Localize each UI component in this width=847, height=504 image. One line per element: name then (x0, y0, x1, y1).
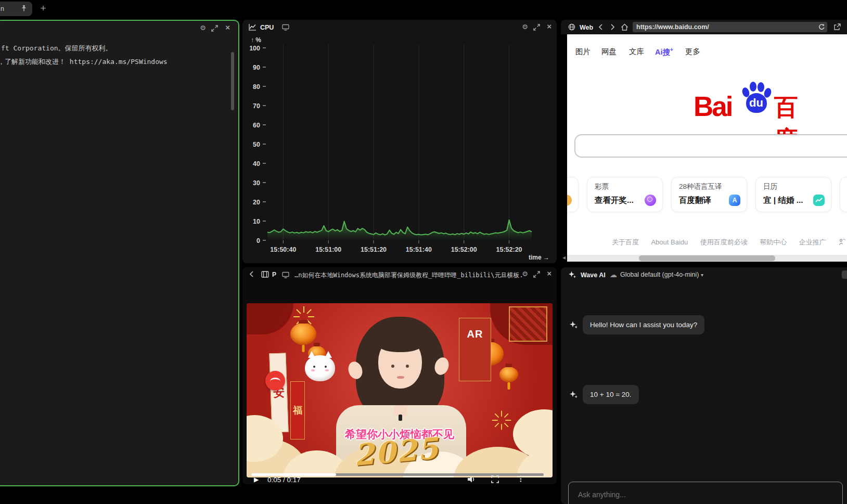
svg-text:0: 0 (256, 237, 260, 244)
sparkles-icon (569, 320, 578, 329)
terminal-output-line: ft Corporation。保留所有权利。 (1, 44, 112, 53)
ai-title: Wave AI (581, 272, 606, 279)
reload-icon[interactable] (818, 23, 825, 30)
svg-text:60: 60 (253, 122, 260, 129)
cpu-x-axis-label: time → (529, 254, 549, 261)
scroll-left-arrow-icon[interactable]: ◀ (562, 255, 566, 260)
baidu-logo-bai: Bai (694, 91, 732, 122)
svg-text:20: 20 (253, 199, 260, 206)
ai-model-selector[interactable]: Global default (gpt-4o-mini) ▾ (620, 271, 703, 278)
url-bar[interactable]: https://www.baidu.com/ (633, 22, 827, 32)
cloud-icon: ☁ (610, 271, 617, 278)
expand-icon[interactable] (211, 25, 218, 32)
ai-input[interactable] (568, 482, 843, 504)
ai-message-bubble: 10 + 10 = 20. (583, 385, 639, 404)
sparkles-icon (569, 390, 578, 399)
footer-link[interactable]: 使用百度前必读 (700, 238, 748, 247)
fullscreen-icon[interactable] (491, 475, 499, 483)
tab-label: n (1, 5, 4, 12)
calendar-trend-icon (813, 195, 825, 206)
ai-block[interactable]: Wave AI ☁ Global default (gpt-4o-mini) ▾… (561, 267, 847, 504)
back-icon[interactable] (598, 24, 603, 30)
browser-content: 图片 网盘 文库 Ai搜+ 更多 Bai du (561, 34, 847, 263)
svg-text:50: 50 (253, 141, 260, 148)
wave-terminal-window: n + ⚙ × ft Corporation。保留所有权利。 ，了解新功能和改进… (0, 0, 847, 504)
svg-text:100: 100 (249, 45, 260, 52)
url-text[interactable]: https://www.baidu.com/ (636, 23, 709, 31)
baidu-nav-more[interactable]: 更多 (685, 47, 700, 57)
baidu-logo: Bai du 百度 (694, 84, 813, 124)
accessibility-icon[interactable] (838, 238, 846, 245)
translate-icon: A (729, 195, 740, 206)
browser-title: Web (580, 24, 593, 31)
svg-text:30: 30 (253, 179, 260, 187)
baidu-paw-icon: du (741, 80, 772, 114)
browser-header: Web https://www.baidu.com/ ⋮ (561, 20, 847, 34)
new-tab-button[interactable]: + (37, 2, 49, 15)
external-link-icon[interactable] (833, 23, 841, 31)
gear-icon[interactable]: ⚙ (200, 24, 206, 31)
svg-text:80: 80 (253, 83, 260, 91)
back-icon[interactable] (249, 271, 254, 277)
gear-icon[interactable]: ⚙ (522, 270, 528, 277)
sparkles-icon (568, 270, 576, 279)
play-icon[interactable]: ▶ (254, 476, 259, 483)
baidu-card-translate[interactable]: 28种语言互译 百度翻译 A (671, 177, 747, 212)
footer-link[interactable]: 关于百度 (612, 238, 639, 247)
terminal-output-line: ，了解新功能和改进！ https://aka.ms/PSWindows (0, 57, 168, 67)
svg-text:15:51:00: 15:51:00 (315, 246, 341, 253)
baidu-nav-ai-search[interactable]: Ai搜+ (655, 47, 673, 57)
home-icon[interactable] (621, 23, 628, 31)
svg-text:15:51:20: 15:51:20 (361, 246, 387, 253)
clear-chat-icon[interactable]: ✕ (842, 270, 847, 279)
video-header: P …n如何在本地Windows系统电脑部署保姆级教程_哔哩哔哩_bilibil… (242, 267, 557, 281)
svg-text:15:51:40: 15:51:40 (406, 246, 432, 253)
terminal-block[interactable]: ⚙ × ft Corporation。保留所有权利。 ，了解新功能和改进！ ht… (0, 20, 239, 486)
video-label: P (272, 271, 276, 278)
browser-block[interactable]: Web https://www.baidu.com/ ⋮ (561, 20, 847, 263)
svg-text:15:50:40: 15:50:40 (270, 246, 296, 253)
cpu-block[interactable]: CPU ⚙ × ↑ % 15:50:4015:51:0015:51:2015:5… (242, 20, 557, 263)
tab-terminal[interactable]: n (0, 2, 32, 16)
baidu-search-input[interactable] (574, 134, 847, 158)
footer-link[interactable]: About Baidu (651, 238, 688, 246)
baidu-card-lottery[interactable]: 彩票 查看开奖... (587, 177, 663, 212)
ai-message-bubble: Hello! How can I assist you today? (583, 315, 704, 334)
browser-h-scrollbar[interactable]: ◀ (561, 255, 847, 262)
close-icon[interactable]: × (547, 269, 551, 277)
terminal-scrollbar[interactable] (231, 52, 234, 110)
forward-icon[interactable] (610, 24, 615, 30)
ai-header: Wave AI ☁ Global default (gpt-4o-mini) ▾… (561, 267, 847, 282)
monitor-icon (282, 272, 289, 278)
baidu-nav-images[interactable]: 图片 (575, 47, 591, 57)
pin-icon[interactable] (20, 5, 28, 12)
chevron-down-icon: ▾ (701, 272, 703, 278)
baidu-logo-du: du (749, 96, 763, 110)
globe-icon (568, 23, 575, 31)
video-block[interactable]: P …n如何在本地Windows系统电脑部署保姆级教程_哔哩哔哩_bilibil… (242, 267, 557, 484)
baidu-nav-netdisk[interactable]: 网盘 (601, 47, 617, 57)
baidu-nav-wenku[interactable]: 文库 (629, 47, 644, 57)
svg-text:70: 70 (253, 102, 260, 110)
volume-icon[interactable] (467, 475, 476, 483)
svg-text:15:52:20: 15:52:20 (496, 246, 522, 253)
lottery-ball-icon (645, 195, 656, 206)
baidu-card-partial-right[interactable]: 云 百 (840, 177, 847, 212)
expand-icon[interactable] (533, 271, 540, 278)
cpu-chart: 15:50:4015:51:0015:51:2015:51:4015:52:00… (242, 20, 557, 263)
baidu-card-calendar[interactable]: 日历 宜 | 结婚 ... (755, 177, 831, 212)
svg-text:15:52:00: 15:52:00 (451, 246, 477, 253)
footer-link[interactable]: 企业推广 (799, 238, 826, 247)
baidu-page: 图片 网盘 文库 Ai搜+ 更多 Bai du (567, 34, 847, 255)
svg-text:90: 90 (253, 64, 260, 71)
footer-link[interactable]: 帮助中心 (760, 238, 787, 247)
close-icon[interactable]: × (225, 23, 230, 31)
kebab-menu-icon[interactable]: ⋮ (517, 475, 524, 482)
baidu-footer: 关于百度 About Baidu 使用百度前必读 帮助中心 企业推广 (612, 237, 847, 247)
video-picture[interactable]: 安 福 AR (247, 303, 553, 477)
h-scrollbar-thumb[interactable] (639, 255, 775, 261)
tab-bar: n + (0, 0, 847, 18)
terminal-header: ⚙ × (0, 21, 238, 35)
baidu-card-partial-left[interactable] (567, 177, 579, 212)
svg-text:40: 40 (253, 160, 260, 167)
